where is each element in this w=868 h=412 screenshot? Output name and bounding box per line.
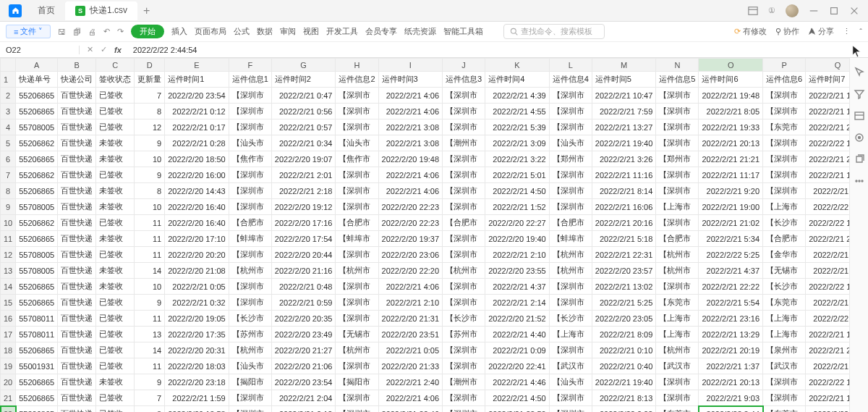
cell[interactable]: 【深圳市 (763, 183, 806, 199)
cell[interactable]: 【深圳市 (336, 406, 378, 413)
tab-file[interactable]: S 快递1.csv (65, 1, 137, 20)
cell[interactable]: 2022/2/20 17:10 (165, 231, 229, 247)
row-header[interactable]: 9 (1, 199, 16, 215)
cell[interactable]: 【深圳市 (549, 390, 592, 406)
cell[interactable]: 2022/2/21 10:47 (592, 88, 656, 104)
cell[interactable]: 2022/2/20 20:20 (165, 247, 229, 263)
cell[interactable]: 【深圳市 (229, 183, 271, 199)
col-header[interactable]: A (16, 59, 58, 72)
row-header[interactable]: 8 (1, 183, 16, 199)
cell[interactable]: 2022/2/21 4:06 (378, 167, 443, 183)
row-header[interactable]: 21 (1, 390, 16, 406)
cell[interactable]: 【金华市 (763, 247, 806, 263)
cell[interactable]: 55708005 (16, 263, 58, 279)
cell[interactable]: 2022/2/20 14:43 (165, 183, 229, 199)
cell[interactable]: 8 (135, 104, 165, 119)
cell[interactable]: 2022/2/20 22:41 (485, 358, 550, 374)
cell[interactable]: 2022/2/20 16:40 (165, 215, 229, 231)
cell[interactable]: 2022/2/21 22:22 (699, 279, 763, 295)
cell[interactable]: 2022/2/21 5:39 (485, 119, 550, 135)
cell[interactable]: 【深圳市 (336, 247, 378, 263)
tab-dev[interactable]: 开发工具 (326, 26, 358, 37)
cell[interactable]: 2022/2/21 22:31 (592, 247, 656, 263)
cell[interactable]: 【深圳市 (763, 88, 806, 104)
cell[interactable]: 百世快递 (58, 199, 96, 215)
cell[interactable]: 【深圳市 (763, 390, 806, 406)
cell[interactable]: 2022/2/20 23:06 (378, 247, 443, 263)
cell[interactable]: 已签收 (96, 104, 135, 119)
cell[interactable]: 2022/2/21 0:47 (271, 88, 336, 104)
cell[interactable]: 2022/2/21 20:13 (699, 135, 763, 151)
cell[interactable]: 55708005 (16, 119, 58, 135)
cell[interactable]: 2022/2/21 4:50 (485, 390, 550, 406)
cell[interactable]: 2022/2/20 17:35 (165, 327, 229, 342)
cell[interactable]: 【合肥市 (336, 215, 378, 231)
cell[interactable]: 2022/2/21 13:27 (592, 119, 656, 135)
cell[interactable]: 2022/2/21 8:09 (592, 327, 656, 342)
cell[interactable]: 2022/2/21 2:10 (485, 247, 550, 263)
header-cell[interactable]: 运件信息6 (763, 72, 806, 88)
cell[interactable]: 【深圳市 (336, 279, 378, 295)
cell[interactable]: 2022/2/21 2:10 (378, 295, 443, 311)
cell[interactable]: 55206865 (16, 279, 58, 295)
tab-start[interactable]: 开始 (131, 25, 164, 38)
cell[interactable]: 【蚌埠市 (229, 231, 271, 247)
cell[interactable]: 【深圳市 (336, 311, 378, 327)
cell[interactable]: 百世快递 (58, 311, 96, 327)
header-cell[interactable]: 签收状态 (96, 72, 135, 88)
row-header[interactable]: 6 (1, 151, 16, 167)
cell[interactable]: 【武汉市 (763, 358, 806, 374)
qa-undo-icon[interactable]: ↶ (103, 27, 110, 36)
cell[interactable]: 【深圳市 (763, 167, 806, 183)
tab-insert[interactable]: 插入 (171, 26, 187, 37)
cell[interactable]: 2022/2/21 13:02 (592, 279, 656, 295)
cell[interactable]: 【揭阳市 (229, 374, 271, 390)
cell[interactable]: 【深圳市 (656, 374, 699, 390)
cell[interactable]: 2022/2/21 0:32 (165, 295, 229, 311)
cancel-formula-icon[interactable]: ✕ (87, 45, 93, 54)
cell[interactable]: 2022/2/21 22:24 (806, 151, 849, 167)
cell[interactable]: 【深圳市 (229, 295, 271, 311)
cell[interactable]: 2022/2/21 9:20 (699, 183, 763, 199)
cell[interactable]: 百世快递 (58, 374, 96, 390)
cell[interactable]: 2022/2/21 5:01 (485, 167, 550, 183)
cell[interactable]: 2022/2/21 2:12 (271, 406, 336, 413)
cell[interactable]: 55206865 (16, 406, 58, 413)
cell[interactable]: 百世快递 (58, 342, 96, 358)
col-header[interactable]: H (336, 59, 378, 72)
row-header[interactable]: 7 (1, 167, 16, 183)
cell[interactable]: 百世快递 (58, 390, 96, 406)
cell[interactable]: 2022/2/21 0:09 (485, 342, 550, 358)
cell[interactable]: 2022/2/21 20:16 (592, 215, 656, 231)
cell[interactable]: 2022/2/21 2:01 (271, 167, 336, 183)
cell[interactable]: 2022/2/21 0:28 (165, 135, 229, 151)
cell[interactable]: 【深圳市 (549, 406, 592, 413)
cell[interactable]: 55708005 (16, 199, 58, 215)
col-header[interactable]: C (96, 59, 135, 72)
cell[interactable]: 【深圳市 (549, 119, 592, 135)
cell[interactable]: 【上海市 (763, 311, 806, 327)
cell[interactable]: 2022/2/21 7:59 (592, 104, 656, 119)
qa-print-icon[interactable]: 🖨 (88, 28, 96, 36)
more-tool-icon[interactable] (854, 175, 865, 187)
row-header[interactable]: 11 (1, 231, 16, 247)
cell[interactable]: 2022/2/20 22:27 (485, 215, 550, 231)
cell[interactable]: 【蚌埠市 (336, 231, 378, 247)
layout-icon[interactable] (748, 6, 758, 16)
cell[interactable]: 14 (135, 263, 165, 279)
cell[interactable]: 2022/2/20 20:35 (271, 311, 336, 327)
cell[interactable]: 【合肥市 (656, 231, 699, 247)
cell[interactable]: 【武汉市 (549, 358, 592, 374)
cell[interactable]: 2022/2/21 4:39 (485, 88, 550, 104)
cell[interactable]: 8 (135, 406, 165, 413)
header-cell[interactable]: 运件时间2 (271, 72, 336, 88)
cell[interactable]: 2022/2/21 13:29 (699, 327, 763, 342)
cell[interactable]: 2022/2/21 5:34 (699, 231, 763, 247)
col-header[interactable]: O (699, 59, 763, 72)
row-header[interactable]: 15 (1, 295, 16, 311)
cell[interactable]: 【汕头市 (229, 358, 271, 374)
cell[interactable]: 2022/2/20 23:55 (485, 263, 550, 279)
cell[interactable]: 2022/2/21 12:38 (806, 167, 849, 183)
cell[interactable]: 2022/2/20 17:54 (271, 231, 336, 247)
col-header[interactable]: B (58, 59, 96, 72)
